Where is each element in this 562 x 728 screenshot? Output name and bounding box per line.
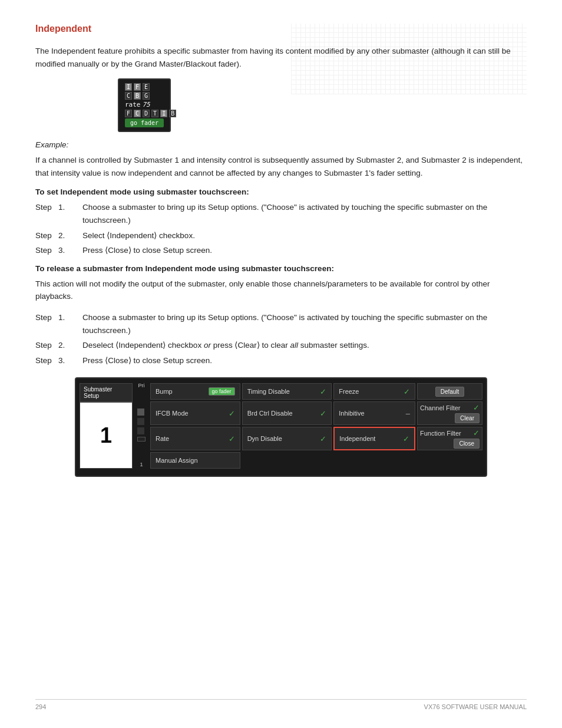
ifcb-mode-label: IFCB Mode: [156, 410, 229, 417]
page-number: 294: [35, 703, 46, 710]
pri-bar: [137, 409, 144, 416]
ifcb-mode-check: ✓: [229, 409, 235, 418]
step-content: Choose a submaster to bring up its Setup…: [82, 201, 527, 226]
bump-cell: Bump go fader: [150, 383, 240, 400]
clear-button[interactable]: Clear: [455, 413, 480, 423]
section-title: Independent: [35, 24, 527, 34]
brd-ctrl-disable-label: Brd Ctrl Disable: [247, 410, 320, 417]
go-fader-badge[interactable]: go fader: [209, 387, 235, 396]
pri-bar: [137, 418, 144, 425]
default-button[interactable]: Default: [435, 387, 465, 397]
dyn-disable-label: Dyn Disable: [247, 435, 320, 442]
default-cell: Default: [417, 383, 482, 400]
example-label: Example:: [35, 140, 527, 149]
step-content: Press ⟨Close⟩ to close Setup screen.: [82, 244, 527, 257]
pri-indicator: [137, 437, 146, 442]
channel-filter-check: ✓: [473, 403, 480, 412]
set-heading: To set Independent mode using submaster …: [35, 187, 527, 196]
release-intro: This action will not modify the output o…: [35, 278, 527, 303]
lcd-image: I F E C B G rate 75 F C D T I B go fader: [118, 78, 527, 132]
pri-number: 1: [140, 462, 143, 467]
step-label: Step 1.: [35, 311, 82, 337]
step-content: Deselect ⟨Independent⟩ checkbox or press…: [82, 339, 527, 352]
brd-ctrl-check: ✓: [320, 409, 326, 418]
independent-cell: Independent ✓: [333, 427, 415, 450]
timing-disable-label: Timing Disable: [247, 388, 320, 395]
function-filter-check: ✓: [473, 429, 480, 437]
timing-disable-check: ✓: [320, 387, 326, 396]
dyn-disable-cell: Dyn Disable ✓: [242, 427, 332, 450]
brd-ctrl-disable-cell: Brd Ctrl Disable ✓: [242, 401, 332, 425]
pri-label: Pri: [138, 383, 145, 388]
example-text: If a channel is controlled by Submaster …: [35, 154, 527, 179]
submaster-panel: SubmasterSetup 1 Pri 1 Bump go fad: [35, 377, 527, 477]
step-content: Choose a submaster to bring up its Setup…: [82, 311, 527, 337]
intro-text: The Independent feature prohibits a spec…: [35, 45, 527, 70]
step-label: Step 1.: [35, 201, 82, 226]
submaster-number: 1: [80, 402, 133, 469]
step-label: Step 2.: [35, 339, 82, 352]
channel-filter-clear-cell: Channel Filter ✓ Clear: [417, 401, 482, 425]
independent-label: Independent: [339, 435, 403, 442]
step-content: Select ⟨Independent⟩ checkbox.: [82, 229, 527, 242]
manual-title: VX76 SOFTWARE USER MANUAL: [424, 703, 527, 710]
channel-filter-label: Channel Filter: [420, 404, 460, 411]
rate-check: ✓: [229, 434, 235, 443]
function-filter-label: Function Filter: [420, 430, 461, 437]
bump-label: Bump: [156, 388, 209, 395]
function-filter-close-cell: Function Filter ✓ Close: [417, 427, 482, 450]
pri-bar: [137, 427, 144, 434]
freeze-check: ✓: [404, 387, 410, 396]
freeze-label: Freeze: [339, 388, 404, 395]
dyn-disable-check: ✓: [320, 434, 326, 443]
inhibitive-label: Inhibitive: [339, 410, 406, 417]
page-footer: 294 VX76 SOFTWARE USER MANUAL: [35, 699, 527, 710]
inhibitive-dash: –: [406, 409, 410, 418]
ifcb-mode-cell: IFCB Mode ✓: [150, 401, 240, 425]
timing-disable-cell: Timing Disable ✓: [242, 383, 332, 400]
step-label: Step 2.: [35, 229, 82, 242]
release-steps: Step 1. Choose a submaster to bring up i…: [35, 311, 527, 367]
close-button[interactable]: Close: [454, 439, 480, 449]
manual-assign-label: Manual Assign: [156, 457, 235, 464]
submaster-setup-label: SubmasterSetup: [80, 383, 133, 402]
step-content: Press ⟨Close⟩ to close Setup screen.: [82, 354, 527, 367]
independent-check: ✓: [403, 434, 409, 443]
freeze-cell: Freeze ✓: [333, 383, 415, 400]
inhibitive-cell: Inhibitive –: [333, 401, 415, 425]
rate-cell: Rate ✓: [150, 427, 240, 450]
manual-assign-cell: Manual Assign: [150, 452, 240, 469]
rate-label: Rate: [156, 435, 229, 442]
set-steps: Step 1. Choose a submaster to bring up i…: [35, 201, 527, 256]
step-label: Step 3.: [35, 354, 82, 367]
release-heading: To release a submaster from Independent …: [35, 264, 527, 273]
step-label: Step 3.: [35, 244, 82, 257]
